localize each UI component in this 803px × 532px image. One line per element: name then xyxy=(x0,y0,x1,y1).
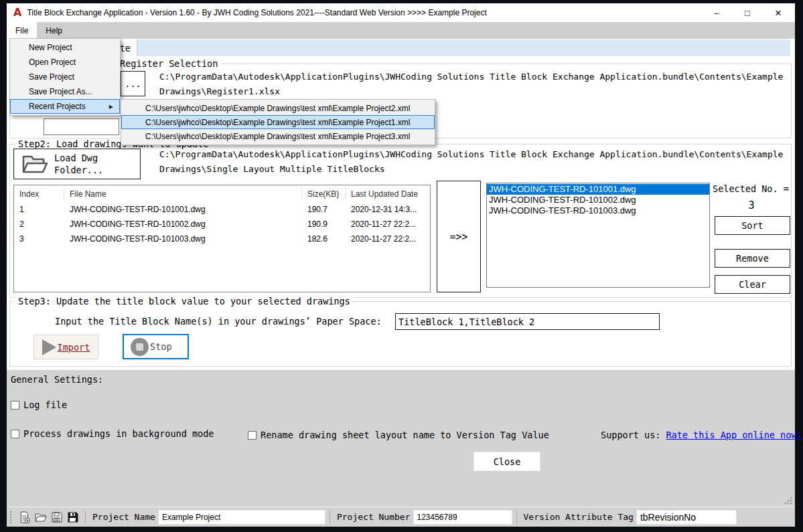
window-controls: – □ ✕ xyxy=(701,3,794,22)
cell-index: 1 xyxy=(14,205,64,214)
log-file-label: Log file xyxy=(23,400,67,410)
list-item[interactable]: JWH-CODING-TEST-RD-101002.dwg xyxy=(487,195,709,205)
cell-file-name: JWH-CODING-TEST-RD-101001.dwg xyxy=(64,205,302,214)
col-header-file-name[interactable]: File Name xyxy=(64,187,302,200)
version-attribute-tag-input[interactable] xyxy=(636,510,737,525)
import-button[interactable]: Import xyxy=(33,335,98,359)
cell-size: 190.7 xyxy=(302,205,346,214)
dwg-folder-path-line2: Drawings\Single Layout Multiple TitleBlo… xyxy=(159,162,385,177)
recent-projects-label: Recent Projects xyxy=(29,102,86,111)
save-project-icon[interactable] xyxy=(50,510,64,525)
register-browse-button[interactable]: ... xyxy=(121,71,145,96)
title-block-names-input[interactable] xyxy=(395,313,660,330)
cell-file-name: JWH-CODING-TEST-RD-101002.dwg xyxy=(64,219,302,229)
load-dwg-folder-button[interactable]: Load Dwg Folder... xyxy=(13,149,141,179)
menu-item-save-project[interactable]: Save Project xyxy=(10,70,120,84)
selected-no-value: 3 xyxy=(713,199,790,211)
menu-item-open-project[interactable]: Open Project xyxy=(10,55,120,70)
app-window: A Title Block Exchange Application - Ver… xyxy=(7,3,795,527)
open-project-icon[interactable] xyxy=(33,510,48,525)
table-row[interactable]: 2 JWH-CODING-TEST-RD-101002.dwg 190.9 20… xyxy=(14,217,430,232)
menu-file[interactable]: File xyxy=(7,22,37,39)
transfer-button[interactable]: =>> xyxy=(437,181,481,292)
cell-file-name: JWH-CODING-TEST-RD-101003.dwg xyxy=(64,234,302,244)
rename-layout-checkbox[interactable] xyxy=(248,431,257,440)
col-header-index[interactable]: Index xyxy=(14,187,64,200)
project-name-input[interactable] xyxy=(158,510,325,525)
app-icon: A xyxy=(13,7,21,18)
recent-project-item-selected[interactable]: C:\Users\jwhco\Desktop\Example Drawings\… xyxy=(121,115,435,129)
drawing-file-table[interactable]: Index File Name Size(KB) Last Updated Da… xyxy=(13,185,431,292)
selected-drawings-listbox[interactable]: JWH-CODING-TEST-RD-101001.dwg JWH-CODING… xyxy=(486,183,710,288)
table-row[interactable]: 3 JWH-CODING-TEST-RD-101003.dwg 182.6 20… xyxy=(14,232,430,246)
menu-item-save-project-as[interactable]: Save Project As... xyxy=(10,84,120,99)
cell-last-updated: 2020-12-31 14:3... xyxy=(346,205,430,214)
close-window-button[interactable]: ✕ xyxy=(763,3,794,22)
stop-button[interactable]: Stop xyxy=(123,334,189,359)
minimize-button[interactable]: – xyxy=(701,3,732,22)
col-header-last-updated[interactable]: Last Updated Date xyxy=(346,187,430,200)
list-item[interactable]: JWH-CODING-TEST-RD-101003.dwg xyxy=(487,205,709,216)
table-row[interactable]: 1 JWH-CODING-TEST-RD-101001.dwg 190.7 20… xyxy=(14,202,430,217)
cell-last-updated: 2020-11-27 22:2... xyxy=(346,234,430,244)
close-button[interactable]: Close xyxy=(473,452,540,471)
step3-group-label: Step3: Update the title block value to y… xyxy=(15,296,353,306)
recent-project-item[interactable]: C:\Users\jwhco\Desktop\Example Drawings\… xyxy=(121,101,435,115)
title-bar: A Title Block Exchange Application - Ver… xyxy=(7,3,795,22)
cell-index: 2 xyxy=(14,219,64,229)
import-button-label: Import xyxy=(58,342,90,353)
window-title: Title Block Exchange Application - Versi… xyxy=(27,8,486,17)
list-item[interactable]: JWH-CODING-TEST-RD-101001.dwg xyxy=(487,184,709,195)
menu-item-recent-projects[interactable]: Recent Projects ▶ xyxy=(10,99,120,114)
toolbar-grip[interactable] xyxy=(10,511,13,523)
resize-grip-icon[interactable] xyxy=(790,503,792,504)
submenu-arrow-icon: ▶ xyxy=(109,104,113,110)
general-settings-panel: General Settings: Log file Process drawi… xyxy=(7,369,795,507)
folder-open-icon xyxy=(21,153,49,175)
project-number-input[interactable] xyxy=(413,510,512,525)
recent-project-item[interactable]: C:\Users\jwhco\Desktop\Example Drawings\… xyxy=(121,129,435,143)
project-number-label: Project Number xyxy=(337,512,411,522)
register-path-line2: Drawings\Register1.xlsx xyxy=(159,84,280,99)
status-bar: Project Name Project Number Version Attr… xyxy=(7,507,795,527)
new-project-icon[interactable] xyxy=(17,510,32,525)
load-dwg-label-line2: Folder... xyxy=(54,165,103,175)
toolbar-separator xyxy=(516,511,517,524)
step1-group-label: Register Selection xyxy=(117,58,220,69)
rename-layout-checkbox-row: Rename drawing sheet layout name to Vers… xyxy=(248,430,549,440)
clear-button[interactable]: Clear xyxy=(715,275,790,294)
stop-icon xyxy=(131,338,149,356)
recent-projects-submenu: C:\Users\jwhco\Desktop\Example Drawings\… xyxy=(121,99,435,145)
table-header-row: Index File Name Size(KB) Last Updated Da… xyxy=(14,185,430,202)
cell-index: 3 xyxy=(14,234,64,244)
col-header-size[interactable]: Size(KB) xyxy=(302,187,346,200)
remove-button[interactable]: Remove xyxy=(715,249,790,268)
rate-app-link[interactable]: Rate this App online now! xyxy=(666,430,802,440)
rename-layout-label: Rename drawing sheet layout name to Vers… xyxy=(261,430,549,440)
toolbar-separator xyxy=(330,511,330,524)
register-path-line1: C:\ProgramData\Autodesk\ApplicationPlugi… xyxy=(159,70,783,84)
toolbar-separator xyxy=(85,511,86,524)
stop-button-label: Stop xyxy=(150,341,172,352)
log-file-checkbox-row: Log file xyxy=(11,400,67,410)
dwg-folder-path-line1: C:\ProgramData\Autodesk\ApplicationPlugi… xyxy=(159,147,783,162)
background-mode-checkbox[interactable] xyxy=(11,430,19,438)
load-dwg-label-line1: Load Dwg xyxy=(54,153,98,163)
tab-strip: ate xyxy=(64,39,790,56)
menu-help[interactable]: Help xyxy=(37,22,71,39)
maximize-button[interactable]: □ xyxy=(732,3,763,22)
title-block-input-label: Input the Title Block Name(s) in your dr… xyxy=(55,316,382,327)
save-project-as-icon[interactable] xyxy=(66,510,80,525)
support-row: Support us: Rate this App online now! xyxy=(601,430,802,440)
background-mode-checkbox-row: Process drawings in background mode xyxy=(11,428,214,439)
sort-button[interactable]: Sort xyxy=(715,216,790,235)
version-tag-label: Version Attribute Tag xyxy=(524,512,634,522)
menu-item-new-project[interactable]: New Project xyxy=(10,40,120,55)
step1-empty-textbox[interactable] xyxy=(44,118,119,135)
menu-bar: File Help xyxy=(7,22,795,39)
log-file-checkbox[interactable] xyxy=(11,401,19,410)
general-settings-title: General Settings: xyxy=(11,374,103,385)
support-label: Support us: xyxy=(601,430,660,440)
cell-size: 190.9 xyxy=(302,219,346,229)
play-icon xyxy=(42,339,56,355)
